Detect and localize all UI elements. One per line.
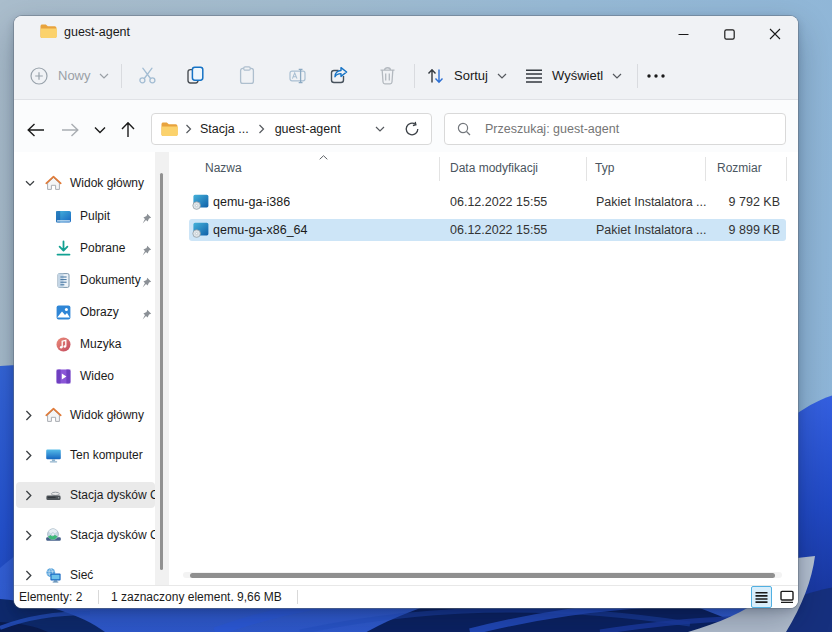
file-list: Nazwa Data modyfikacji Typ Rozmiar xyxy=(169,152,798,585)
music-icon xyxy=(55,336,72,353)
nav-buttons xyxy=(26,121,136,138)
file-row-qemu-ga-i386[interactable]: qemu-ga-i386 06.12.2022 15:55 Pakiet Ins… xyxy=(189,191,786,213)
delete-button[interactable] xyxy=(375,52,399,99)
sidebar-item-home[interactable]: Widok główny xyxy=(16,167,155,199)
search-box[interactable]: Przeszukaj: guest-agent xyxy=(444,113,786,145)
forward-button[interactable] xyxy=(60,122,80,138)
address-bar[interactable]: Stacja ... guest-agent xyxy=(151,113,432,145)
navigation-bar: Stacja ... guest-agent Przeszukaj: guest… xyxy=(14,100,798,152)
sidebar-item-label: Stacja dysków CD xyxy=(70,528,155,542)
sidebar-item-documents[interactable]: Dokumenty xyxy=(16,264,155,296)
close-icon xyxy=(769,28,781,40)
sidebar-item-cd-drive[interactable]: Stacja dysków CD xyxy=(16,479,155,511)
view-button[interactable]: Wyświetl xyxy=(525,52,622,99)
sidebar-item-home-collapsed[interactable]: Widok główny xyxy=(16,399,155,431)
new-button[interactable]: Nowy xyxy=(30,52,109,99)
statusbar-separator xyxy=(98,590,99,604)
new-chevron-icon xyxy=(99,73,109,79)
breadcrumb-chevron-icon xyxy=(258,124,265,134)
sort-arrows-icon xyxy=(426,67,445,85)
view-chevron-icon xyxy=(612,73,622,79)
view-label: Wyświetl xyxy=(552,68,603,83)
chevron-collapsed-icon[interactable] xyxy=(25,570,37,581)
file-name: qemu-ga-x86_64 xyxy=(213,223,308,237)
pin-icon xyxy=(141,210,152,228)
sidebar-item-this-pc[interactable]: Ten komputer xyxy=(16,439,155,471)
column-header-date[interactable]: Data modyfikacji xyxy=(450,161,538,175)
chevron-expanded-icon[interactable] xyxy=(25,180,37,187)
view-list-icon xyxy=(525,68,543,84)
chevron-collapsed-icon[interactable] xyxy=(25,490,37,501)
sidebar-scrollbar[interactable] xyxy=(155,152,169,585)
address-dropdown-icon[interactable] xyxy=(375,126,385,132)
column-separator[interactable] xyxy=(439,157,440,181)
column-separator[interactable] xyxy=(786,157,787,181)
file-date: 06.12.2022 15:55 xyxy=(450,223,547,237)
search-placeholder: Przeszukaj: guest-agent xyxy=(485,122,619,136)
paste-button[interactable] xyxy=(235,52,259,99)
pictures-icon xyxy=(55,304,72,321)
thumbnail-view-button[interactable] xyxy=(776,586,797,608)
copy-button[interactable] xyxy=(183,52,207,99)
file-row-qemu-ga-x86_64[interactable]: qemu-ga-x86_64 06.12.2022 15:55 Pakiet I… xyxy=(189,219,786,241)
cut-icon xyxy=(138,66,157,85)
home-icon xyxy=(45,407,62,424)
sidebar-item-videos[interactable]: Wideo xyxy=(16,360,155,392)
cut-button[interactable] xyxy=(135,52,159,99)
file-size: 9 792 KB xyxy=(699,195,780,209)
breadcrumb-root[interactable]: Stacja ... xyxy=(200,122,249,136)
rename-button[interactable] xyxy=(286,52,310,99)
title-bar[interactable]: guest-agent xyxy=(14,16,798,52)
computer-icon xyxy=(45,447,62,464)
home-icon xyxy=(45,175,62,192)
sidebar-item-music[interactable]: Muzyka xyxy=(16,328,155,360)
sidebar-item-cd-drive-2[interactable]: Stacja dysków CD xyxy=(16,519,155,551)
refresh-button[interactable] xyxy=(404,121,420,137)
sidebar-item-label: Obrazy xyxy=(80,305,119,319)
chevron-collapsed-icon[interactable] xyxy=(25,530,37,541)
sidebar-item-label: Pobrane xyxy=(80,241,125,255)
close-button[interactable] xyxy=(752,16,798,52)
sidebar-item-label: Wideo xyxy=(80,369,114,383)
sort-button[interactable]: Sortuj xyxy=(426,52,507,99)
videos-icon xyxy=(55,368,72,385)
sidebar-item-pictures[interactable]: Obrazy xyxy=(16,296,155,328)
horizontal-scrollbar[interactable] xyxy=(183,572,782,578)
column-separator[interactable] xyxy=(586,157,587,181)
content-area: Widok główny Pulpit xyxy=(14,152,798,585)
horizontal-scrollbar-thumb[interactable] xyxy=(190,573,775,578)
window-title: guest-agent xyxy=(64,25,130,39)
sidebar-item-network[interactable]: Sieć xyxy=(16,559,155,585)
chevron-collapsed-icon[interactable] xyxy=(25,410,37,421)
more-button[interactable] xyxy=(644,52,668,99)
minimize-button[interactable] xyxy=(660,16,706,52)
up-button[interactable] xyxy=(120,121,136,138)
copy-icon xyxy=(186,66,205,85)
maximize-button[interactable] xyxy=(706,16,752,52)
installer-package-icon xyxy=(192,222,209,238)
recent-locations-button[interactable] xyxy=(94,126,106,134)
share-button[interactable] xyxy=(327,52,351,99)
toolbar-separator xyxy=(414,64,415,88)
column-separator[interactable] xyxy=(705,157,706,181)
breadcrumb-current[interactable]: guest-agent xyxy=(275,122,341,136)
installer-package-icon xyxy=(192,194,209,210)
folder-icon xyxy=(40,24,57,39)
statusbar-separator xyxy=(297,590,298,604)
share-icon xyxy=(329,66,349,85)
column-header-type[interactable]: Typ xyxy=(595,161,614,175)
sidebar-item-desktop[interactable]: Pulpit xyxy=(16,200,155,232)
caption-buttons xyxy=(660,16,798,52)
sidebar-scrollbar-thumb[interactable] xyxy=(160,173,163,570)
pin-icon xyxy=(141,306,152,324)
back-button[interactable] xyxy=(26,122,46,138)
column-header-size[interactable]: Rozmiar xyxy=(717,161,762,175)
sort-label: Sortuj xyxy=(454,68,488,83)
sort-chevron-icon xyxy=(497,73,507,79)
details-view-button[interactable] xyxy=(751,586,772,608)
sidebar-item-downloads[interactable]: Pobrane xyxy=(16,232,155,264)
desktop-icon xyxy=(55,208,72,225)
sidebar-item-label: Widok główny xyxy=(70,408,144,422)
chevron-collapsed-icon[interactable] xyxy=(25,450,37,461)
column-header-name[interactable]: Nazwa xyxy=(205,161,242,175)
